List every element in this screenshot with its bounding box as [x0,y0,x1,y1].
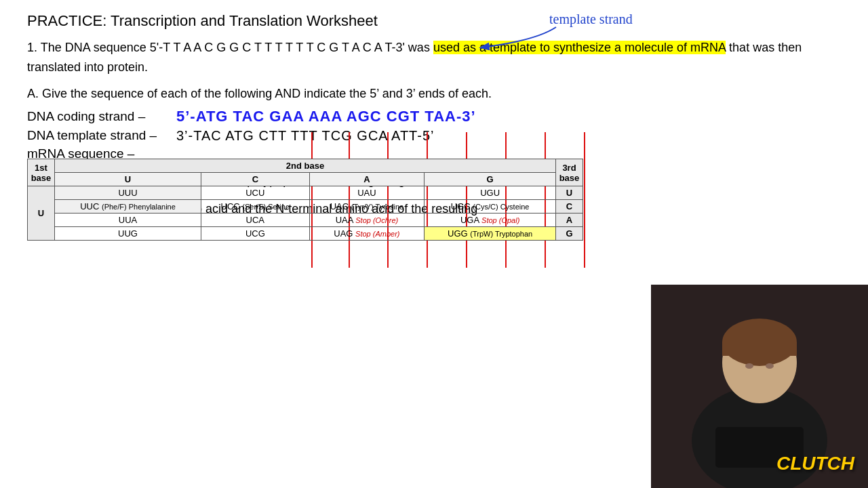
third-base-C1: C [556,200,583,214]
third-base-U1: U [556,186,583,200]
table-row: UUA UCA UAA Stop (Ochre) UGA Stop (Opal)… [28,214,583,227]
codon-UGA: UGA Stop (Opal) [425,214,556,227]
para1-highlight: used as a template to synthesize a molec… [433,41,726,54]
svg-point-15 [766,363,774,369]
dna-coding-sequence: 5’-ATG TAC GAA AAA AGC CGT TAA-3’ [176,108,476,125]
svg-point-14 [745,363,753,369]
third-base-A1: A [556,214,583,227]
codon-UAC: UAC (Tyr/Y) Tyrosine [309,200,425,214]
codon-UCG: UCG [201,227,310,241]
codon-UGG: UGG (TrpW) Tryptophan [425,227,556,241]
table-row: UUC (Phe/F) Phenylalanine UCC (Ser/S) Se… [28,200,583,214]
page-title: PRACTICE: Transcription and Translation … [27,12,841,30]
paragraph-1: 1. The DNA sequence 5'-T T A A C G G C T… [27,38,841,77]
codon-UAG: UAG Stop (Amber) [309,227,425,241]
header-1st-base: 1stbase [28,159,55,186]
codon-UCA: UCA [201,214,310,227]
main-content: PRACTICE: Transcription and Translation … [0,0,868,241]
title-normal: Transcription and Translation Worksheet [106,12,377,29]
para1-start: 1. The DNA sequence 5'-T T A A C G G C T… [27,41,433,54]
genetic-code-table-container: 1stbase 2nd base 3rdbase U C A G U UUU U… [27,159,583,241]
codon-UGC: UGC (Cys/C) Cysteine [425,200,556,214]
codon-UCU: UCU [201,186,310,200]
dna-template-line: DNA template strand – 3’-TAC ATG CTT TTT… [27,128,841,144]
col-header-A: A [309,173,425,186]
section-a-label: A. Give the sequence of each of the foll… [27,87,841,101]
codon-UUA: UUA [55,214,201,227]
row-label-U: U [28,186,55,241]
codon-UAU: UAU [309,186,425,200]
codon-UCC: UCC (Ser/S) Serine [201,200,310,214]
codon-UUC: UUC (Phe/F) Phenylalanine [55,200,201,214]
svg-rect-13 [722,342,797,356]
header-3rd-base: 3rdbase [556,159,583,186]
table-row: U UUU UCU UAU UGU U [28,186,583,200]
codon-UUG: UUG [55,227,201,241]
title-bold: PRACTICE: [27,12,106,29]
genetic-code-table: 1stbase 2nd base 3rdbase U C A G U UUU U… [27,159,583,241]
clutch-logo: CLUTCH [776,453,854,474]
codon-UUU: UUU [55,186,201,200]
dna-template-sequence: 3’-TAC ATG CTT TTT TCG GCA ATT-5’ [176,128,434,144]
video-overlay: CLUTCH [651,285,868,488]
table-row: UUG UCG UAG Stop (Amber) UGG (TrpW) Tryp… [28,227,583,241]
dna-template-label: DNA template strand – [27,128,176,143]
header-2nd-base: 2nd base [55,159,556,173]
col-header-U: U [55,173,201,186]
person-silhouette: CLUTCH [651,285,868,488]
third-base-G1: G [556,227,583,241]
codon-UGU: UGU [425,186,556,200]
dna-coding-label: DNA coding strand – [27,109,176,124]
codon-UAA: UAA Stop (Ochre) [309,214,425,227]
col-header-G: G [425,173,556,186]
dna-coding-line: DNA coding strand – 5’-ATG TAC GAA AAA A… [27,108,841,125]
col-header-C: C [201,173,310,186]
